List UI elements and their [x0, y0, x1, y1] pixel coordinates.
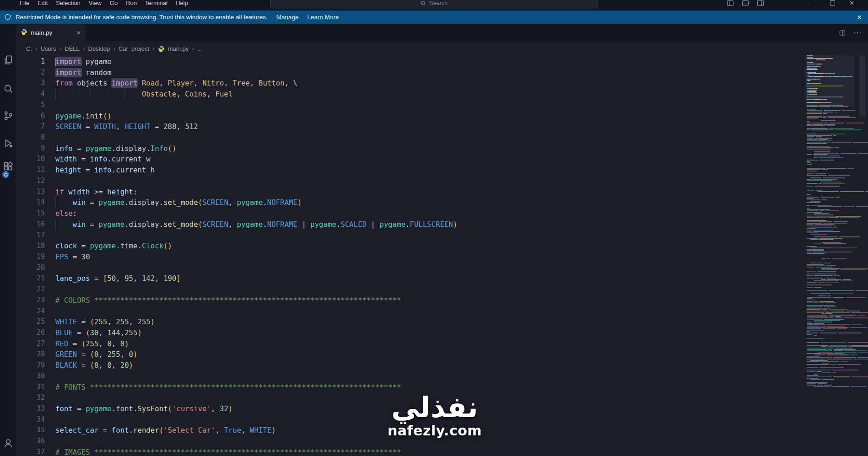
code-line[interactable]: 3from objects import Road, Player, Nitro…	[16, 78, 458, 89]
code-line[interactable]: 24	[16, 306, 458, 317]
menu-edit[interactable]: Edit	[33, 0, 52, 6]
line-number: 32	[16, 392, 45, 403]
code-text: import random	[55, 68, 112, 77]
line-number: 9	[16, 143, 45, 154]
code-line[interactable]: 14win = pygame.display.set_mode(SCREEN, …	[16, 197, 458, 208]
source-control-icon[interactable]	[3, 110, 14, 121]
code-line[interactable]: 16win = pygame.display.set_mode(SCREEN, …	[16, 219, 458, 230]
layout-sidebar-right-icon[interactable]	[757, 0, 764, 7]
code-line[interactable]: 2import random	[16, 67, 458, 78]
breadcrumb-item[interactable]: Car_project	[119, 45, 149, 52]
code-text: select_car = font.render('Select Car', T…	[55, 426, 276, 435]
line-number: 11	[16, 165, 45, 176]
line-number: 24	[16, 306, 45, 317]
breadcrumb-item[interactable]: ...	[197, 45, 202, 52]
code-line[interactable]: 29BLACK = (0, 0, 20)	[16, 360, 458, 371]
sync-badge	[2, 171, 9, 178]
menu-terminal[interactable]: Terminal	[141, 0, 172, 6]
code-line[interactable]: 25WHITE = (255, 255, 255)	[16, 317, 458, 327]
code-line[interactable]: 19FPS = 30	[16, 252, 458, 263]
breadcrumb-item[interactable]: main.py	[168, 45, 189, 52]
code-text: lane_pos = [50, 95, 142, 190]	[55, 274, 181, 283]
code-line[interactable]: 5	[16, 100, 458, 111]
code-line[interactable]: 6pygame.init()	[16, 111, 458, 122]
indent-guide	[55, 89, 142, 100]
code-text: GREEN = (0, 255, 0)	[55, 350, 138, 359]
code-line[interactable]: 23# COLORS *****************************…	[16, 295, 458, 306]
breadcrumb-item[interactable]: C:	[26, 45, 32, 52]
code-line[interactable]: 11height = info.current_h	[16, 165, 458, 176]
code-line[interactable]: 9info = pygame.display.Info()	[16, 143, 458, 154]
explorer-icon[interactable]	[3, 54, 14, 65]
banner-close-icon[interactable]: ✕	[857, 14, 862, 21]
minimap[interactable]	[807, 55, 852, 403]
menu-selection[interactable]: Selection	[52, 0, 84, 6]
code-line[interactable]: 18clock = pygame.time.Clock()	[16, 241, 458, 252]
code-line[interactable]: 17	[16, 230, 458, 241]
code-line[interactable]: 22	[16, 284, 458, 295]
banner-text: Restricted Mode is intended for safe cod…	[16, 14, 268, 21]
code-line[interactable]: 15else:	[16, 208, 458, 219]
run-and-debug-icon[interactable]	[3, 138, 14, 149]
code-line[interactable]: 37# IMAGES *****************************…	[16, 447, 458, 456]
code-line[interactable]: 32	[16, 392, 458, 403]
code-line[interactable]: 33font = pygame.font.SysFont('cursive', …	[16, 403, 458, 414]
tab-main-py[interactable]: main.py ✕	[16, 24, 86, 42]
learn-more-link[interactable]: Learn More	[307, 14, 339, 21]
code-line[interactable]: 12	[16, 176, 458, 187]
search-sidebar-icon[interactable]	[3, 83, 14, 94]
code-line[interactable]: 34	[16, 414, 458, 425]
code-line[interactable]: 35select_car = font.render('Select Car',…	[16, 425, 458, 436]
menu-file[interactable]: File	[16, 0, 33, 6]
minimap-slider[interactable]	[805, 55, 854, 107]
chevron-right-icon: ›	[152, 45, 155, 52]
code-line[interactable]: 20	[16, 263, 458, 274]
line-number: 3	[16, 78, 45, 89]
code-line[interactable]: 31# FONTS ******************************…	[16, 382, 458, 393]
menu-run[interactable]: Run	[122, 0, 141, 6]
code-line[interactable]: 30	[16, 371, 458, 382]
minimize-icon[interactable]	[811, 3, 816, 4]
search-box[interactable]: Search	[270, 0, 598, 9]
code-text: else:	[55, 209, 77, 218]
menu-view[interactable]: View	[85, 0, 106, 6]
more-actions-icon[interactable]: ⋯	[853, 28, 862, 38]
tab-close-icon[interactable]: ✕	[76, 30, 81, 36]
code-line[interactable]: 8	[16, 132, 458, 143]
code-line[interactable]: 26BLUE = (30, 144,255)	[16, 327, 458, 338]
code-content[interactable]: 1import pygame2import random3from object…	[16, 56, 458, 456]
layout-panel-bottom-icon[interactable]	[742, 0, 749, 7]
extensions-icon[interactable]	[3, 161, 14, 172]
vertical-scrollbar[interactable]	[859, 55, 865, 456]
code-text: font = pygame.font.SysFont('cursive', 32…	[55, 404, 232, 413]
code-text: from objects import Road, Player, Nitro,…	[55, 79, 297, 87]
window-close-icon[interactable]: ✕	[849, 1, 854, 5]
search-placeholder: Search	[430, 0, 448, 6]
code-line[interactable]: 27RED = (255, 0, 0)	[16, 338, 458, 349]
code-line[interactable]: 21lane_pos = [50, 95, 142, 190]	[16, 273, 458, 284]
manage-link[interactable]: Manage	[276, 14, 299, 21]
breadcrumb-item[interactable]: Users	[41, 45, 56, 52]
line-number: 36	[16, 436, 45, 447]
split-editor-icon[interactable]	[839, 29, 846, 37]
code-text: BLACK = (0, 0, 20)	[55, 361, 133, 370]
code-line[interactable]: 28GREEN = (0, 255, 0)	[16, 349, 458, 360]
code-line[interactable]: 4Obstacle, Coins, Fuel	[16, 89, 458, 100]
code-line[interactable]: 13if width >= height:	[16, 187, 458, 198]
account-icon[interactable]	[3, 438, 14, 449]
code-editor[interactable]: 1import pygame2import random3from object…	[16, 55, 868, 456]
code-line[interactable]: 10width = info.current_w	[16, 154, 458, 165]
code-line[interactable]: 36	[16, 436, 458, 447]
menu-go[interactable]: Go	[106, 0, 122, 6]
menu-help[interactable]: Help	[172, 0, 192, 6]
code-text: win = pygame.display.set_mode(SCREEN, py…	[55, 220, 458, 229]
maximize-icon[interactable]	[830, 0, 835, 5]
scrollbar-slider[interactable]	[859, 55, 865, 117]
code-text: SCREEN = WIDTH, HEIGHT = 288, 512	[55, 122, 198, 131]
code-line[interactable]: 7SCREEN = WIDTH, HEIGHT = 288, 512	[16, 121, 458, 132]
breadcrumb-item[interactable]: Desktop	[88, 45, 110, 52]
breadcrumb-item[interactable]: DELL	[65, 45, 80, 52]
code-text: if width >= height:	[55, 188, 137, 196]
layout-sidebar-left-icon[interactable]	[727, 0, 734, 7]
code-line[interactable]: 1import pygame	[16, 56, 458, 67]
